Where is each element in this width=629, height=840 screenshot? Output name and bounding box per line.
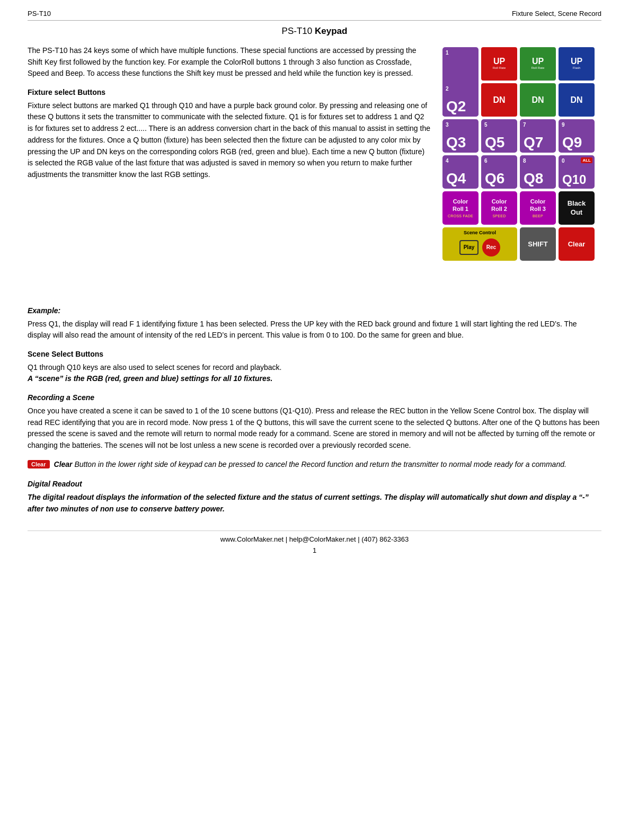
recording-title: Recording a Scene: [28, 392, 601, 404]
q4-label: Q4: [446, 171, 466, 186]
cr3-top: ColorRoll 3: [530, 198, 546, 213]
key-play[interactable]: Play: [459, 240, 479, 255]
intro-text: The PS-T10 has 24 keys some of which hav…: [28, 45, 431, 79]
digital-readout-title: Digital Readout: [28, 479, 601, 490]
key-clear[interactable]: Clear: [559, 227, 595, 261]
q2-label: Q2: [446, 99, 466, 114]
up-red-sub: Roll Rate: [493, 66, 506, 70]
key-q9[interactable]: 9 Q9: [559, 119, 595, 153]
keypad-wrapper: 1 Q1 UP Roll Rate DN UP Roll Rate: [442, 47, 601, 297]
q6-label: Q6: [485, 171, 504, 186]
cr1-bot: Cross Fade: [448, 214, 473, 218]
key-colorroll-3[interactable]: ColorRoll 3 Beep: [520, 191, 556, 225]
q1-num: 1: [446, 50, 449, 56]
page: PS-T10 Fixture Select, Scene Record PS-T…: [0, 0, 629, 840]
key-dn-red[interactable]: DN: [481, 83, 517, 117]
recording-body: Once you have created a scene it can be …: [28, 405, 601, 452]
cr2-bot: Speed: [492, 214, 506, 218]
up-green-sub: Roll Rate: [531, 66, 545, 70]
updn-col-3: UP Flash DN: [559, 47, 595, 117]
page-title: PS-T10 Keypad: [28, 26, 601, 37]
fixture-body: Fixture select buttons are marked Q1 thr…: [28, 100, 431, 181]
cr2-top: ColorRoll 2: [491, 198, 507, 213]
footer: www.ColorMaker.net | help@ColorMaker.net…: [28, 530, 601, 543]
q3-num: 3: [446, 122, 449, 128]
header-right: Fixture Select, Scene Record: [512, 10, 601, 17]
scene-select-title: Scene Select Buttons: [28, 349, 601, 360]
clear-note-section: Clear Clear Button in the lower right si…: [28, 459, 601, 471]
page-header: PS-T10 Fixture Select, Scene Record: [28, 10, 601, 21]
q9-num: 9: [562, 122, 565, 128]
footer-email: help@ColorMaker.net: [289, 535, 356, 543]
clear-badge: Clear: [28, 460, 50, 468]
key-colorroll-1[interactable]: ColorRoll 1 Cross Fade: [442, 191, 479, 225]
footer-phone: (407) 862-3363: [361, 535, 409, 543]
blackout-label: BlackOut: [568, 199, 586, 217]
q8-label: Q8: [524, 171, 543, 186]
dn-green-label: DN: [531, 96, 544, 104]
key-shift[interactable]: SHIFT: [520, 227, 556, 261]
key-blackout[interactable]: BlackOut: [559, 191, 595, 225]
up-green-label: UP: [532, 57, 544, 66]
key-q2[interactable]: 2 Q2: [442, 83, 479, 117]
key-q4[interactable]: 4 Q4: [442, 155, 479, 189]
q6-num: 6: [484, 158, 488, 164]
key-rec[interactable]: Rec: [482, 238, 500, 257]
q3-label: Q3: [446, 135, 466, 150]
footer-website: www.ColorMaker.net: [220, 535, 284, 543]
scene-buttons: Play Rec: [459, 238, 500, 257]
page-number: 1: [28, 546, 601, 554]
q9-label: Q9: [562, 135, 582, 150]
q7-label: Q7: [524, 135, 543, 150]
q7-num: 7: [523, 122, 526, 128]
example-body: Press Q1, the display will read F 1 iden…: [28, 319, 601, 341]
up-blue-sub: Flash: [573, 66, 581, 70]
key-up-blue[interactable]: UP Flash: [559, 47, 595, 81]
q8-num: 8: [523, 158, 526, 164]
header-left: PS-T10: [28, 10, 51, 17]
key-colorroll-2[interactable]: ColorRoll 2 Speed: [481, 191, 517, 225]
keypad-grid: 1 Q1 UP Roll Rate DN UP Roll Rate: [442, 47, 595, 297]
key-q8[interactable]: 8 Q8: [520, 155, 556, 189]
example-title: Example:: [28, 305, 601, 317]
key-up-green[interactable]: UP Roll Rate: [520, 47, 556, 81]
cr1-top: ColorRoll 1: [453, 198, 468, 213]
dn-blue-label: DN: [570, 96, 582, 104]
digital-readout-section: Digital Readout The digital readout disp…: [28, 479, 601, 515]
clear-note-text: Clear Button in the lower right side of …: [54, 459, 566, 471]
scene-select-section: Scene Select Buttons Q1 through Q10 keys…: [28, 349, 601, 385]
up-red-label: UP: [493, 57, 505, 66]
q10-label: Q10: [562, 173, 586, 186]
q5-num: 5: [484, 122, 488, 128]
left-text: The PS-T10 has 24 keys some of which hav…: [28, 45, 431, 297]
recording-section: Recording a Scene Once you have created …: [28, 392, 601, 451]
q5-label: Q5: [485, 135, 504, 150]
q2-num: 2: [446, 86, 449, 92]
footer-separator-1: |: [286, 535, 289, 543]
key-dn-blue[interactable]: DN: [559, 83, 595, 117]
scene-select-body2: A “scene” is the RGB (red, green and blu…: [28, 373, 601, 385]
key-q10[interactable]: 0 ALL Q10: [559, 155, 595, 189]
key-q5[interactable]: 5 Q5: [481, 119, 517, 153]
updn-col-2: UP Roll Rate DN: [520, 47, 556, 117]
main-content: The PS-T10 has 24 keys some of which hav…: [28, 45, 601, 297]
key-dn-green[interactable]: DN: [520, 83, 556, 117]
key-scene-control[interactable]: Scene Control Play Rec: [442, 227, 517, 261]
q4-num: 4: [446, 158, 449, 164]
updn-col-1: UP Roll Rate DN: [481, 47, 517, 117]
key-q7[interactable]: 7 Q7: [520, 119, 556, 153]
digital-readout-body: The digital readout displays the informa…: [28, 492, 601, 515]
fixture-title: Fixture select Buttons: [28, 87, 431, 99]
dn-red-label: DN: [493, 96, 505, 104]
up-blue-label: UP: [571, 57, 582, 66]
key-q6[interactable]: 6 Q6: [481, 155, 517, 189]
key-up-red[interactable]: UP Roll Rate: [481, 47, 517, 81]
example-section: Example: Press Q1, the display will read…: [28, 305, 601, 341]
scene-control-header: Scene Control: [464, 230, 496, 236]
cr3-bot: Beep: [533, 214, 543, 218]
q10-all-badge: ALL: [581, 157, 592, 163]
q10-num: 0: [562, 158, 565, 164]
scene-select-body1: Q1 through Q10 keys are also used to sel…: [28, 362, 601, 374]
key-q3[interactable]: 3 Q3: [442, 119, 479, 153]
